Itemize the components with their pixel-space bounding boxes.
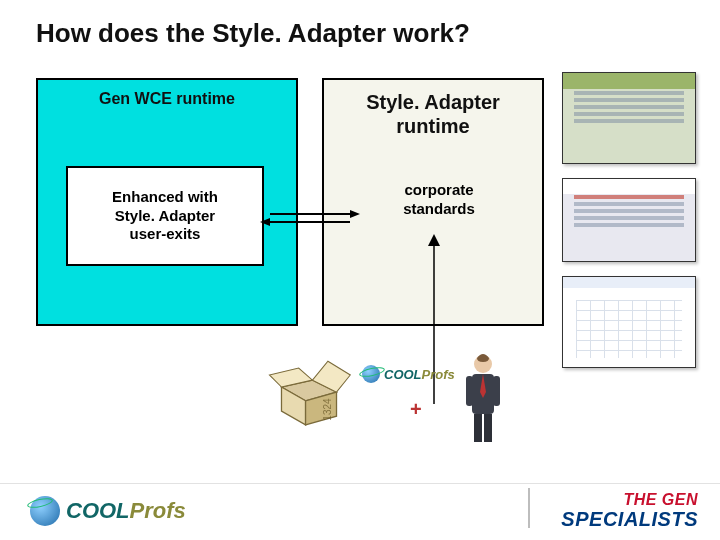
screenshot-thumbnail-2	[562, 178, 696, 262]
svg-marker-3	[260, 218, 270, 226]
svg-rect-14	[466, 376, 473, 406]
box-number-tag: 1324	[322, 398, 333, 420]
gen-specialists-logo: THE GEN SPECIALISTS	[561, 492, 698, 530]
styleadapter-runtime-text: Style. Adapter runtime	[366, 91, 500, 137]
businessperson-icon	[458, 352, 508, 446]
globe-icon	[362, 365, 380, 383]
slide: How does the Style. Adapter work? Gen WC…	[0, 0, 720, 540]
svg-marker-5	[428, 234, 440, 246]
svg-marker-1	[350, 210, 360, 218]
footer-divider	[0, 483, 720, 484]
mini-logo-cool: COOL	[384, 367, 422, 382]
enhanced-user-exits-box: Enhanced with Style. Adapter user-exits	[66, 166, 264, 266]
plus-sign: +	[410, 398, 422, 421]
svg-rect-15	[493, 376, 500, 406]
slide-title: How does the Style. Adapter work?	[36, 18, 470, 49]
corporate-standards-text: corporate standards	[403, 181, 475, 219]
screenshot-thumbnail-3	[562, 276, 696, 368]
coolprofs-mini-logo: COOLProfs	[362, 360, 462, 388]
footer-separator	[528, 488, 530, 528]
gen-wce-runtime-box: Gen WCE runtime Enhanced with Style. Ada…	[36, 78, 298, 326]
open-box-icon	[266, 344, 352, 430]
globe-icon	[30, 496, 60, 526]
coolprofs-footer-logo: COOLProfs	[30, 496, 186, 526]
footer-line1: THE GEN	[561, 492, 698, 509]
svg-rect-17	[484, 414, 492, 442]
footer-logo-profs: Profs	[130, 498, 186, 523]
enhanced-user-exits-text: Enhanced with Style. Adapter user-exits	[112, 188, 218, 244]
footer-logo-cool: COOL	[66, 498, 130, 523]
mini-logo-profs: Profs	[422, 367, 455, 382]
gen-wce-runtime-label: Gen WCE runtime	[38, 90, 296, 108]
screenshot-thumbnail-1	[562, 72, 696, 164]
styleadapter-runtime-label: Style. Adapter runtime	[324, 90, 542, 138]
footer-line2: SPECIALISTS	[561, 509, 698, 530]
svg-rect-16	[474, 414, 482, 442]
bidirectional-arrow-icon	[258, 208, 362, 228]
corporate-standards-box: corporate standards	[374, 170, 504, 230]
